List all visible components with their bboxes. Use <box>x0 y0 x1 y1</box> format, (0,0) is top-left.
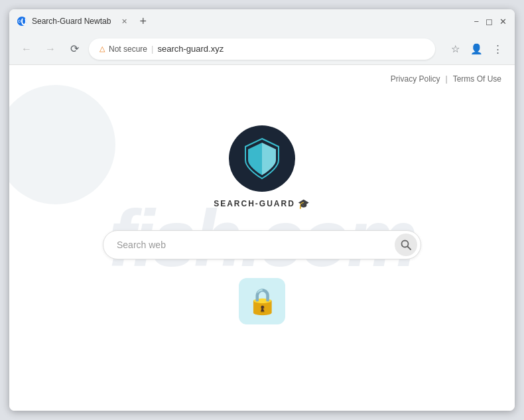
tab-close-btn[interactable]: ✕ <box>121 17 127 26</box>
search-button[interactable] <box>395 234 417 256</box>
url-bar[interactable]: △ Not secure | search-guard.xyz <box>89 38 435 60</box>
tab-favicon <box>17 17 27 26</box>
top-links: Privacy Policy | Terms Of Use <box>391 74 501 84</box>
url-text: search-guard.xyz <box>157 44 224 54</box>
lock-icon-container: 🔒 <box>239 278 285 324</box>
lock-icon: 🔒 <box>247 287 278 316</box>
title-bar: Search-Guard Newtab ✕ + − ◻ ✕ <box>9 9 515 33</box>
logo-name: SEARCH-GUARD <box>214 199 295 208</box>
close-btn[interactable]: ✕ <box>499 17 507 27</box>
security-icon: △ <box>99 44 105 53</box>
terms-of-use-link[interactable]: Terms Of Use <box>453 74 501 84</box>
menu-btn[interactable]: ⋮ <box>488 40 507 58</box>
search-input[interactable] <box>103 230 421 259</box>
url-separator: | <box>151 44 153 54</box>
reload-button[interactable]: ⟳ <box>65 40 84 58</box>
minimize-btn[interactable]: − <box>474 17 479 27</box>
search-container <box>103 230 421 259</box>
window-controls: − ◻ ✕ <box>474 17 507 27</box>
shield-icon <box>243 137 281 180</box>
logo-hat-icon: 🎓 <box>298 198 310 209</box>
address-bar: ← → ⟳ △ Not secure | search-guard.xyz ☆ … <box>9 33 515 65</box>
forward-button[interactable]: → <box>41 40 60 58</box>
tab-title: Search-Guard Newtab <box>32 17 111 26</box>
browser-window: Search-Guard Newtab ✕ + − ◻ ✕ ← → ⟳ △ No… <box>9 9 515 411</box>
profile-btn[interactable]: 👤 <box>467 40 486 58</box>
back-button[interactable]: ← <box>17 40 36 58</box>
link-divider: | <box>446 74 448 84</box>
logo-circle <box>229 125 295 192</box>
maximize-btn[interactable]: ◻ <box>486 17 493 27</box>
page-content: fish.com Privacy Policy | Terms Of Use <box>9 65 515 411</box>
svg-point-0 <box>17 19 21 23</box>
security-label: Not secure <box>109 44 147 54</box>
search-icon <box>401 240 411 250</box>
logo-container: SEARCH-GUARD 🎓 <box>214 125 310 209</box>
svg-line-3 <box>408 246 411 249</box>
logo-text: SEARCH-GUARD 🎓 <box>214 198 310 209</box>
new-tab-btn[interactable]: + <box>139 15 147 29</box>
tab-area: Search-Guard Newtab ✕ + <box>17 15 147 29</box>
bookmark-btn[interactable]: ☆ <box>446 40 464 58</box>
privacy-policy-link[interactable]: Privacy Policy <box>391 74 440 84</box>
main-area: SEARCH-GUARD 🎓 🔒 <box>9 65 515 411</box>
url-actions: ☆ 👤 ⋮ <box>446 40 507 58</box>
